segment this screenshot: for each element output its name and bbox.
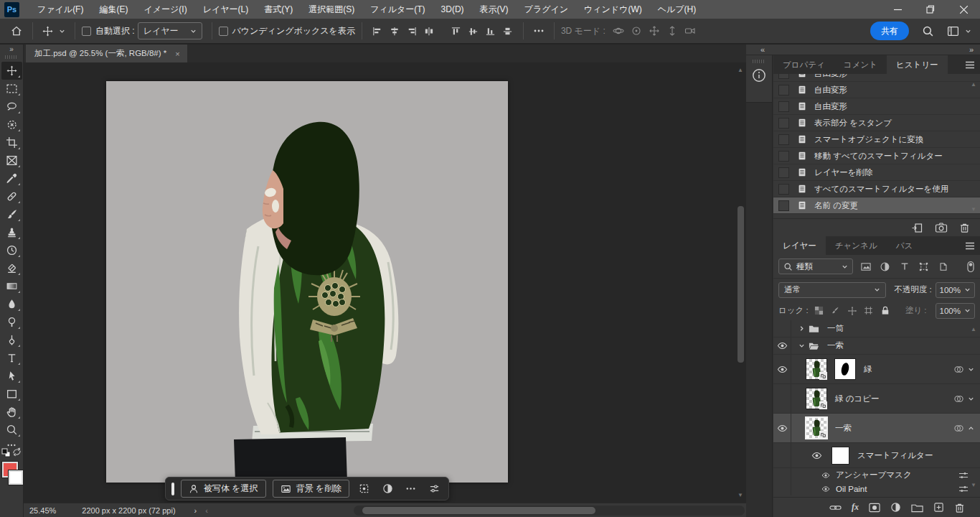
minimize-button[interactable] — [881, 0, 914, 19]
hand-tool[interactable] — [1, 403, 22, 421]
menu-item-4[interactable]: 書式(Y) — [256, 0, 301, 19]
healing-brush-tool[interactable] — [1, 187, 22, 205]
layers-scroll-down-icon[interactable]: ▼ — [971, 482, 976, 488]
pen-tool[interactable] — [1, 331, 22, 349]
layer-row-2[interactable]: 緑 — [773, 355, 980, 384]
object-selection-tool[interactable] — [1, 116, 22, 134]
scroll-down-icon[interactable]: ▼ — [738, 492, 743, 498]
filter-toggle[interactable] — [966, 261, 975, 273]
close-button[interactable] — [947, 0, 980, 19]
history-tab-1[interactable]: コメント — [834, 55, 887, 74]
smart-filter-label[interactable]: スマートフィルター — [857, 450, 933, 461]
toolbar-expand-icon[interactable]: » — [0, 45, 23, 54]
status-flyout-icon[interactable]: › — [186, 506, 206, 515]
layer-thumbnail[interactable] — [806, 418, 826, 438]
current-tool-icon[interactable] — [39, 26, 56, 37]
layer-name[interactable]: 緑 のコピー — [835, 393, 880, 404]
history-source-checkbox[interactable] — [778, 200, 789, 211]
menu-item-1[interactable]: 編集(E) — [91, 0, 136, 19]
info-panel-button[interactable] — [746, 55, 772, 103]
menu-item-8[interactable]: 表示(V) — [472, 0, 517, 19]
close-tab-icon[interactable]: × — [175, 50, 179, 58]
new-adjustment-layer-icon[interactable] — [890, 502, 901, 513]
status-zoom-field[interactable]: 25.45% — [24, 506, 63, 515]
frame-tool[interactable] — [1, 152, 22, 169]
canvas-area[interactable]: 被写体 を選択 背景 を削除 ▲ ▼ — [24, 62, 746, 503]
history-source-checkbox[interactable] — [778, 85, 789, 96]
history-source-checkbox[interactable] — [778, 151, 789, 162]
history-tab-0[interactable]: プロパティ — [773, 55, 834, 74]
layer-row-7[interactable]: Oil Paint — [773, 482, 980, 495]
menu-item-5[interactable]: 選択範囲(S) — [301, 0, 362, 19]
restore-button[interactable] — [914, 0, 947, 19]
filter-shape-layers-icon[interactable] — [917, 261, 930, 272]
brush-tool[interactable] — [1, 205, 22, 223]
roll-3d-icon[interactable] — [628, 22, 646, 39]
zoom-tool[interactable] — [1, 421, 22, 439]
new-layer-icon[interactable] — [933, 502, 944, 513]
history-row[interactable]: 自由変形 — [773, 74, 980, 82]
vertical-scrollbar[interactable] — [738, 206, 744, 363]
menu-item-2[interactable]: イメージ(I) — [136, 0, 194, 19]
history-row[interactable]: 表示部分 をスタンプ — [773, 115, 980, 131]
history-row[interactable]: 自由変形 — [773, 98, 980, 115]
lock-all-icon[interactable] — [880, 306, 891, 315]
layer-visibility-empty[interactable] — [773, 443, 791, 467]
history-row[interactable]: 名前 の変更 — [773, 197, 980, 214]
filter-pixel-layers-icon[interactable] — [859, 261, 872, 272]
menu-item-11[interactable]: ヘルプ(H) — [650, 0, 705, 19]
history-brush-tool[interactable] — [1, 241, 22, 259]
layer-filter-dropdown[interactable]: 種類 — [778, 258, 853, 274]
taskbar-properties-icon[interactable] — [426, 480, 443, 498]
align-bottom-icon[interactable] — [482, 22, 499, 39]
history-panel-menu-icon[interactable] — [960, 55, 980, 74]
blur-tool[interactable] — [1, 295, 22, 313]
scroll-up-icon[interactable]: ▲ — [738, 67, 743, 73]
history-source-checkbox[interactable] — [778, 74, 789, 79]
selection-tools-icon[interactable] — [356, 480, 372, 498]
align-top-icon[interactable] — [448, 22, 465, 39]
history-scroll-up-icon[interactable]: ▲ — [971, 81, 976, 88]
history-row[interactable]: 自由変形 — [773, 82, 980, 98]
layer-name[interactable]: 緑 — [864, 364, 872, 375]
share-button[interactable]: 共有 — [870, 22, 909, 40]
group-name[interactable]: 一筒 — [827, 323, 844, 334]
layer-row-6[interactable]: アンシャープマスク — [773, 468, 980, 482]
link-layers-icon[interactable] — [829, 503, 842, 513]
pan-3d-icon[interactable] — [646, 22, 664, 39]
path-selection-tool[interactable] — [1, 367, 22, 385]
group-name[interactable]: 一索 — [827, 340, 844, 351]
group-expand-icon[interactable] — [796, 325, 807, 332]
history-row[interactable]: スマートオブジェクトに変換 — [773, 131, 980, 148]
taskbar-grip[interactable] — [171, 483, 174, 495]
layer-row-5[interactable]: スマートフィルター — [773, 443, 980, 468]
delete-state-icon[interactable] — [959, 222, 970, 233]
layer-thumbnail[interactable] — [806, 388, 826, 409]
align-left-icon[interactable] — [369, 22, 386, 39]
history-row[interactable]: レイヤーを削除 — [773, 164, 980, 181]
layer-visibility-icon[interactable] — [773, 414, 791, 442]
layers-tab-2[interactable]: パス — [887, 236, 923, 255]
layer-name[interactable]: 一索 — [835, 423, 852, 434]
history-row[interactable]: すべてのスマートフィルターを使用 — [773, 181, 980, 197]
history-source-checkbox[interactable] — [778, 184, 789, 195]
align-middle-icon[interactable] — [465, 22, 482, 39]
layer-visibility-empty[interactable] — [773, 384, 791, 413]
layer-row-4[interactable]: 一索 — [773, 414, 980, 443]
new-document-from-state-icon[interactable] — [911, 222, 923, 234]
horizontal-scrollbar-track[interactable] — [354, 506, 745, 516]
rectangle-tool[interactable] — [1, 385, 22, 403]
filter-visibility-icon[interactable] — [821, 485, 830, 493]
collapse-panels-icon[interactable]: « — [760, 46, 765, 53]
layers-tab-1[interactable]: チャンネル — [826, 236, 887, 255]
gradient-tool[interactable] — [1, 277, 22, 295]
history-row[interactable]: 移動 すべてのスマートフィルター — [773, 148, 980, 164]
background-color-swatch[interactable] — [9, 470, 23, 485]
marquee-tool[interactable] — [1, 80, 22, 98]
search-icon[interactable] — [919, 25, 937, 37]
menu-item-0[interactable]: ファイル(F) — [29, 0, 91, 19]
layer-row-0[interactable]: 一筒 — [773, 320, 980, 337]
tool-preset-chevron-icon[interactable] — [56, 28, 68, 34]
layer-visibility-empty[interactable] — [773, 468, 791, 482]
clone-stamp-tool[interactable] — [1, 223, 22, 241]
